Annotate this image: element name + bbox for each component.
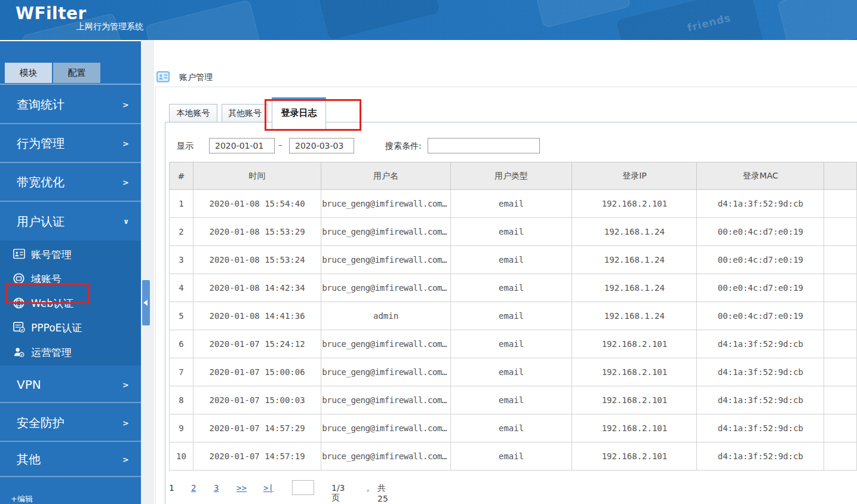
sidebar-tab-config[interactable]: 配置 — [53, 63, 100, 83]
edit-menu-button[interactable]: +编辑 — [11, 494, 33, 504]
table-body: 12020-01-08 15:54:40bruce_geng@imfirewal… — [170, 190, 857, 471]
tab-login-log[interactable]: 登录日志 — [272, 97, 326, 130]
sidebar-item-domain-account[interactable]: 域账号 — [0, 266, 141, 291]
time-cell: 2020-01-08 14:42:34 — [193, 274, 321, 302]
overflow-cell — [824, 386, 857, 414]
ip-cell: 192.168.1.24 — [572, 274, 697, 302]
globe-icon — [13, 297, 25, 309]
sidebar-item-label: PPPoE认证 — [31, 321, 82, 334]
ip-cell: 192.168.2.101 — [572, 358, 697, 386]
chevron-right-icon: > — [122, 380, 129, 389]
sidebar-divider — [0, 84, 141, 85]
username-cell: bruce_geng@imfirewall.com… — [321, 330, 450, 358]
chevron-right-icon: > — [122, 454, 129, 463]
page-link-2[interactable]: 2 — [191, 483, 196, 493]
overflow-cell — [824, 190, 857, 218]
mac-cell: d4:1a:3f:52:9d:cb — [697, 190, 824, 218]
sidebar-item-pppoe-auth[interactable]: PPPoE认证 — [0, 315, 141, 340]
total-count: 共25条 — [377, 483, 388, 504]
overflow-cell — [824, 274, 857, 302]
row-index-cell: 6 — [170, 330, 193, 358]
table-row: 62020-01-07 15:24:12bruce_geng@imfirewal… — [170, 330, 857, 358]
sidebar-item-web-auth[interactable]: Web认证 — [0, 291, 141, 315]
table-header-row: # 时间 用户名 用户类型 登录IP 登录MAC — [170, 162, 857, 190]
show-label: 显示 — [177, 141, 193, 152]
sidebar-item-security[interactable]: 安全防护 > — [0, 404, 141, 442]
page-number-input[interactable] — [292, 480, 314, 495]
sidebar-item-label: 查询统计 — [17, 96, 64, 112]
mac-cell: d4:1a:3f:52:9d:cb — [697, 358, 824, 386]
tab-local-accounts[interactable]: 本地账号 — [169, 104, 217, 122]
row-index-cell: 4 — [170, 274, 193, 302]
overflow-cell — [824, 302, 857, 330]
username-cell: bruce_geng@imfirewall.com… — [321, 246, 450, 274]
ip-cell: 192.168.2.101 — [572, 190, 697, 218]
tab-panel-border — [165, 122, 165, 504]
time-cell: 2020-01-07 15:00:06 — [193, 358, 321, 386]
sidebar-item-vpn[interactable]: VPN > — [0, 367, 141, 403]
column-header-login-ip: 登录IP — [572, 162, 697, 190]
mac-cell: 00:e0:4c:d7:e0:19 — [697, 274, 824, 302]
username-cell: bruce_geng@imfirewall.com… — [321, 358, 450, 386]
column-header-index: # — [170, 162, 193, 190]
table-row: 52020-01-08 14:41:36adminemail192.168.1.… — [170, 302, 857, 330]
sidebar-item-account-mgmt[interactable]: 账号管理 — [0, 242, 141, 266]
tab-panel-border — [165, 122, 857, 122]
mac-cell: 00:e0:4c:d7:e0:19 — [697, 246, 824, 274]
sidebar-item-operation-mgmt[interactable]: 运营管理 — [0, 340, 141, 364]
sidebar-item-label: 行为管理 — [17, 135, 64, 151]
row-index-cell: 9 — [170, 414, 193, 442]
chevron-right-icon: > — [122, 418, 129, 427]
username-cell: bruce_geng@imfirewall.com… — [321, 190, 450, 218]
username-cell: admin — [321, 302, 450, 330]
row-index-cell: 7 — [170, 358, 193, 386]
page-info-comma: ， — [364, 483, 372, 494]
sidebar-item-user-auth[interactable]: 用户认证 ∨ — [0, 202, 141, 241]
page-link-3[interactable]: 3 — [214, 483, 219, 493]
sidebar-submenu-user-auth: 账号管理 域账号 Web认证 PPPoE认证 运营管理 — [0, 241, 141, 365]
date-from-input[interactable] — [209, 138, 275, 153]
app-logo: WFilter — [16, 4, 87, 23]
page-next-button[interactable]: >> — [236, 483, 247, 493]
sidebar-item-label: 用户认证 — [17, 213, 64, 229]
mac-cell: d4:1a:3f:52:9d:cb — [697, 414, 824, 442]
usertype-cell: email — [450, 246, 572, 274]
usertype-cell: email — [450, 442, 572, 471]
collapse-left-icon — [143, 300, 148, 306]
search-input[interactable] — [428, 138, 540, 153]
table-row: 22020-01-08 15:53:29bruce_geng@imfirewal… — [170, 218, 857, 246]
domain-account-icon — [13, 273, 25, 285]
time-cell: 2020-01-08 14:41:36 — [193, 302, 321, 330]
username-cell: bruce_geng@imfirewall.com… — [321, 274, 450, 302]
keyboard-decoration — [534, 0, 631, 28]
row-index-cell: 8 — [170, 386, 193, 414]
sidebar-edit-area: +编辑 — [0, 476, 141, 504]
column-header-overflow — [824, 162, 857, 190]
account-card-icon — [156, 71, 170, 82]
overflow-cell — [824, 246, 857, 274]
search-label: 搜索条件: — [385, 141, 422, 152]
row-index-cell: 3 — [170, 246, 193, 274]
chevron-right-icon: > — [122, 100, 129, 109]
time-cell: 2020-01-07 15:24:12 — [193, 330, 321, 358]
usertype-cell: email — [450, 386, 572, 414]
tab-other-accounts[interactable]: 其他账号 — [222, 104, 268, 122]
sidebar-item-label: 账号管理 — [31, 247, 72, 261]
sidebar-item-bandwidth[interactable]: 带宽优化 > — [0, 163, 141, 202]
ip-cell: 192.168.1.24 — [572, 218, 697, 246]
sidebar-item-query-stats[interactable]: 查询统计 > — [0, 85, 141, 124]
sidebar-gutter — [141, 40, 154, 504]
page-last-button[interactable]: >| — [263, 483, 274, 493]
column-header-login-mac: 登录MAC — [697, 162, 824, 190]
sidebar-item-other[interactable]: 其他 > — [0, 443, 141, 475]
page-info: 1/3页 — [331, 483, 345, 503]
sidebar-item-behavior-mgmt[interactable]: 行为管理 > — [0, 124, 141, 163]
table-row: 72020-01-07 15:00:06bruce_geng@imfirewal… — [170, 358, 857, 386]
sidebar-item-label: VPN — [17, 377, 41, 392]
row-index-cell: 10 — [170, 442, 193, 471]
sidebar-tab-modules[interactable]: 模块 — [5, 63, 52, 83]
tab-label: 登录日志 — [272, 107, 325, 119]
sidebar-collapse-handle[interactable] — [142, 280, 150, 325]
date-to-input[interactable] — [289, 138, 354, 153]
chevron-right-icon: > — [122, 139, 129, 147]
